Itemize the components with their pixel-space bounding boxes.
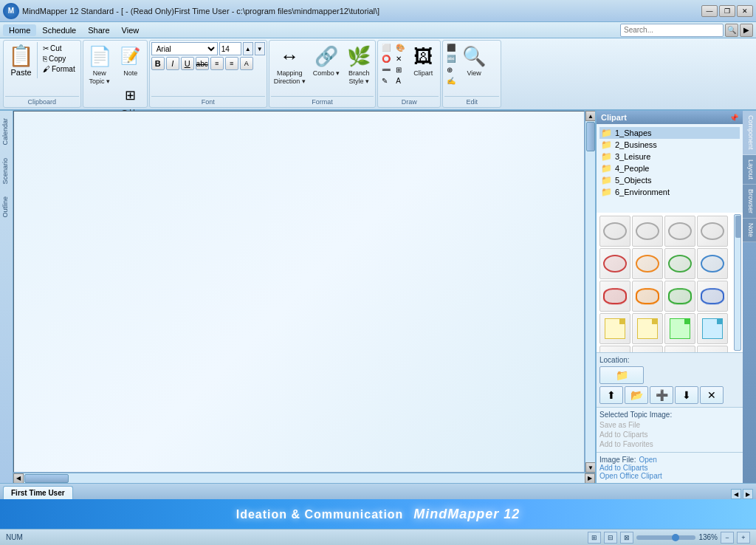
image-open-link[interactable]: Open (639, 456, 656, 464)
right-tab-layout[interactable]: Layout (743, 155, 756, 185)
tree-item-leisure[interactable]: 📁 3_Leisure (599, 151, 740, 162)
clipart-cell-3-4[interactable] (697, 281, 728, 312)
location-open-button[interactable]: 📂 (625, 386, 648, 404)
draw-shape2-button[interactable]: ⭕ (379, 53, 393, 64)
location-btn-browse[interactable]: 📁 (599, 366, 644, 384)
forward-button[interactable]: ▶ (740, 24, 753, 37)
clipart-cell-2-1[interactable] (599, 248, 630, 279)
menu-share[interactable]: Share (82, 24, 115, 36)
clipart-cell-5-3[interactable] (664, 346, 695, 352)
italic-button[interactable]: I (166, 57, 179, 70)
location-add-end-button[interactable]: ⬇ (675, 386, 698, 404)
panel-pin-button[interactable]: 📌 (729, 114, 738, 122)
strikethrough-button[interactable]: abc (196, 57, 209, 70)
draw-color1-button[interactable]: 🎨 (394, 42, 407, 52)
clipart-cell-3-3[interactable] (664, 281, 695, 312)
canvas-area[interactable] (13, 111, 585, 473)
align-left-button[interactable]: ≡ (210, 57, 224, 70)
location-remove-button[interactable]: ✕ (700, 386, 724, 404)
draw-text-button[interactable]: A (394, 75, 407, 86)
font-color-button[interactable]: A (240, 57, 253, 70)
edit-btn1[interactable]: ⬛ (444, 42, 458, 52)
scroll-thumb-h[interactable] (24, 474, 69, 483)
search-input[interactable] (620, 24, 724, 37)
scroll-down-button[interactable]: ▼ (585, 462, 596, 473)
draw-shape1-button[interactable]: ⬜ (379, 42, 393, 52)
search-button[interactable]: 🔍 (725, 24, 738, 37)
right-tab-component[interactable]: Component (743, 111, 756, 155)
clipart-cell-3-2[interactable] (632, 281, 663, 312)
right-tab-note[interactable]: Note (743, 219, 756, 242)
tree-item-environment[interactable]: 📁 6_Environment (599, 186, 740, 198)
font-name-select[interactable]: Arial (151, 42, 218, 55)
tree-item-business[interactable]: 📁 2_Business (599, 139, 740, 151)
tree-item-people[interactable]: 📁 4_People (599, 162, 740, 174)
draw-arrange-button[interactable]: ⊞ (394, 64, 407, 75)
view-button[interactable]: 🔍 View (459, 42, 489, 80)
scroll-up-button[interactable]: ▲ (585, 111, 596, 121)
clipart-cell-3-1[interactable] (599, 281, 630, 312)
menu-view[interactable]: View (116, 24, 145, 36)
branch-style-button[interactable]: 🌿 BranchStyle ▾ (344, 42, 374, 88)
combo-button[interactable]: 🔗 Combo ▾ (310, 42, 343, 80)
clipart-cell-4-4[interactable] (697, 313, 728, 344)
clipart-cell-4-1[interactable] (599, 313, 630, 344)
right-tab-browser[interactable]: Browser (743, 185, 756, 219)
zoom-slider[interactable] (636, 535, 695, 540)
clipart-cell-5-2[interactable] (632, 346, 663, 352)
clipart-scroll-thumb[interactable] (735, 216, 741, 238)
scroll-thumb-v[interactable] (586, 122, 595, 151)
font-size-up-button[interactable]: ▲ (243, 42, 253, 55)
vertical-scrollbar[interactable]: ▲ ▼ (585, 111, 595, 473)
menu-home[interactable]: Home (3, 24, 36, 36)
tree-item-shapes[interactable]: 📁 1_Shapes (599, 127, 740, 139)
clipart-cell-4-3[interactable] (664, 313, 695, 344)
close-button[interactable]: ✕ (737, 5, 753, 17)
zoom-in-button[interactable]: + (737, 532, 750, 544)
edit-btn2[interactable]: 🔤 (444, 53, 458, 64)
zoom-out-button[interactable]: − (721, 532, 734, 544)
status-icon-1[interactable]: ⊞ (588, 532, 601, 544)
tree-item-objects[interactable]: 📁 5_Objects (599, 174, 740, 186)
clipart-cell-4-2[interactable] (632, 313, 663, 344)
copy-button[interactable]: ⎘ Copy (41, 54, 78, 64)
location-add-start-button[interactable]: ⬆ (599, 386, 623, 404)
edit-btn3[interactable]: ⊕ (444, 64, 458, 75)
menu-schedule[interactable]: Schedule (36, 24, 82, 36)
draw-delete-button[interactable]: ✕ (394, 53, 407, 64)
clipart-cell-1-2[interactable] (632, 216, 663, 247)
align-center-button[interactable]: ≡ (225, 57, 238, 70)
note-button[interactable]: 📝 Note (116, 42, 145, 80)
sidebar-tab-scenario[interactable]: Scenario (0, 152, 13, 191)
clipart-button[interactable]: 🖼 Clipart (408, 42, 439, 80)
tab-first-time-user[interactable]: First Time User (3, 486, 73, 499)
horizontal-scrollbar[interactable]: ◀ ▶ (13, 473, 595, 483)
clipart-cell-1-1[interactable] (599, 216, 630, 247)
tab-nav-right[interactable]: ▶ (743, 489, 753, 499)
status-icon-2[interactable]: ⊟ (604, 532, 617, 544)
draw-shape4-button[interactable]: ✎ (379, 75, 393, 86)
paste-button[interactable]: 📋 Paste (5, 42, 38, 78)
format-painter-button[interactable]: 🖌 Format (41, 64, 78, 74)
draw-shape3-button[interactable]: ➖ (379, 64, 393, 75)
bold-button[interactable]: B (151, 57, 165, 70)
restore-button[interactable]: ❐ (719, 5, 735, 17)
edit-btn4[interactable]: ✍ (444, 75, 458, 86)
tab-nav-left[interactable]: ◀ (731, 489, 741, 499)
add-to-cliparts-img-link[interactable]: Add to Cliparts (599, 464, 740, 472)
location-add-button[interactable]: ➕ (650, 386, 673, 404)
clipart-cell-5-1[interactable] (599, 346, 630, 352)
scroll-right-button[interactable]: ▶ (585, 473, 595, 484)
clipart-cell-1-3[interactable] (664, 216, 695, 247)
clipart-cell-2-3[interactable] (664, 248, 695, 279)
underline-button[interactable]: U (181, 57, 194, 70)
open-office-clipart-link[interactable]: Open Office Clipart (599, 472, 740, 480)
status-icon-3[interactable]: ⊠ (620, 532, 633, 544)
clipart-cell-2-2[interactable] (632, 248, 663, 279)
mapping-direction-button[interactable]: ↔ MappingDirection ▾ (271, 42, 309, 88)
sidebar-tab-calendar[interactable]: Calendar (0, 112, 13, 151)
sidebar-tab-outline[interactable]: Outline (0, 191, 13, 224)
clipart-cell-5-4[interactable] (697, 346, 728, 352)
minimize-button[interactable]: — (701, 5, 718, 17)
font-size-input[interactable] (219, 42, 241, 55)
